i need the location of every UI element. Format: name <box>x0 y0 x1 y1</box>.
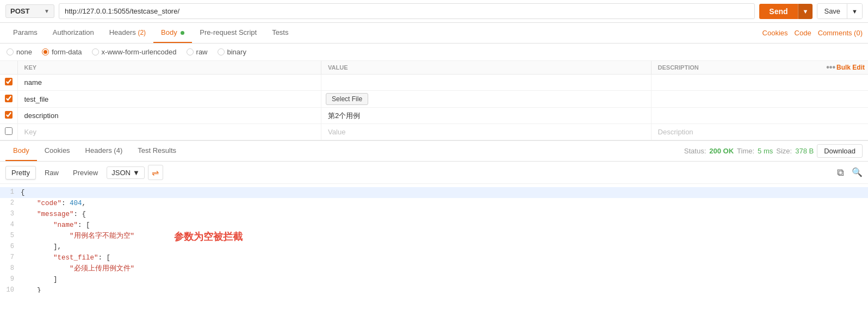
response-status-bar: Status: 200 OK Time: 5 ms Size: 378 B Do… <box>684 144 863 158</box>
tab-test-results[interactable]: Test Results <box>130 141 184 161</box>
comments-link[interactable]: Comments (0) <box>818 29 863 37</box>
tab-response-headers[interactable]: Headers (4) <box>78 141 131 161</box>
format-tab-raw[interactable]: Raw <box>39 166 64 179</box>
radio-raw[interactable]: raw <box>187 48 208 56</box>
radio-none[interactable]: none <box>7 48 32 56</box>
headers-badge: (2) <box>138 29 146 36</box>
format-tab-preview[interactable]: Preview <box>67 166 103 179</box>
url-input[interactable] <box>59 3 755 19</box>
method-label: POST <box>10 7 29 15</box>
tab-prerequest[interactable]: Pre-request Script <box>192 23 264 43</box>
save-dropdown-button[interactable]: ▼ <box>847 4 862 18</box>
line-content-1: { <box>21 187 868 198</box>
size-value: 378 B <box>795 147 814 155</box>
request-tabs-left: Params Authorization Headers (2) Body Pr… <box>5 23 296 43</box>
body-dot <box>181 31 184 35</box>
json-chevron-icon: ▼ <box>133 169 140 177</box>
line-content-2: "code": 404, <box>21 198 868 209</box>
row1-key-cell <box>17 75 321 91</box>
json-format-select[interactable]: JSON ▼ <box>107 166 145 179</box>
code-line-7: 7 "test_file": [ <box>0 252 868 263</box>
th-key: KEY <box>17 61 321 75</box>
body-type-row: none form-data x-www-form-urlencoded raw… <box>0 44 868 61</box>
empty-desc-cell <box>651 124 868 140</box>
tab-authorization[interactable]: Authorization <box>45 23 102 43</box>
row2-key-cell <box>17 91 321 108</box>
time-label: Time: <box>737 147 754 155</box>
code-line-10: 10 } <box>0 285 868 293</box>
wrap-button[interactable]: ⇌ <box>148 165 163 180</box>
tab-tests[interactable]: Tests <box>264 23 296 43</box>
save-btn-group: Save ▼ <box>817 3 863 19</box>
table-row: Select File <box>0 91 868 108</box>
code-line-9: 9 ] <box>0 274 868 285</box>
row1-desc-input[interactable] <box>656 77 864 88</box>
row3-checkbox[interactable] <box>5 111 13 119</box>
time-value: 5 ms <box>758 147 773 155</box>
radio-form-data-circle <box>42 48 49 55</box>
tab-headers[interactable]: Headers (2) <box>102 23 153 43</box>
status-label: Status: <box>684 147 706 155</box>
line-num-8: 8 <box>0 263 21 274</box>
radio-urlencoded[interactable]: x-www-form-urlencoded <box>92 48 177 56</box>
method-chevron-icon: ▼ <box>44 8 49 14</box>
request-tabs-right: Cookies Code Comments (0) <box>762 29 863 37</box>
row1-value-cell <box>321 75 651 91</box>
tab-response-body[interactable]: Body <box>5 141 37 161</box>
radio-binary[interactable]: binary <box>218 48 246 56</box>
row1-key-input[interactable] <box>22 77 317 88</box>
row1-checkbox[interactable] <box>5 78 13 85</box>
code-viewer: 1 { 2 "code": 404, 3 "message": { 4 "nam… <box>0 184 868 293</box>
line-content-3: "message": { <box>21 209 868 220</box>
more-options-icon[interactable]: ••• <box>826 63 835 72</box>
cookies-link[interactable]: Cookies <box>762 29 788 37</box>
row1-desc-cell <box>651 75 868 91</box>
tab-params[interactable]: Params <box>5 23 45 43</box>
save-button[interactable]: Save <box>817 4 847 18</box>
row2-key-input[interactable] <box>22 94 317 105</box>
code-link[interactable]: Code <box>795 29 811 37</box>
request-tab-bar: Params Authorization Headers (2) Body Pr… <box>0 23 868 44</box>
row3-value-input[interactable] <box>326 110 646 121</box>
row2-desc-cell <box>651 91 868 108</box>
search-button[interactable]: 🔍 <box>852 167 863 178</box>
empty-desc-input[interactable] <box>656 126 864 138</box>
empty-key-input[interactable] <box>22 126 317 138</box>
code-line-8: 8 "必须上传用例文件" <box>0 263 868 274</box>
format-tab-pretty[interactable]: Pretty <box>5 166 36 180</box>
row3-key-input[interactable] <box>22 110 317 121</box>
response-tabs-left: Body Cookies Headers (4) Test Results <box>5 141 184 161</box>
th-desc: DESCRIPTION ••• Bulk Edit <box>651 61 868 75</box>
line-content-9: ] <box>21 274 868 285</box>
empty-checkbox[interactable] <box>5 127 13 135</box>
line-num-4: 4 <box>0 220 21 231</box>
tab-body[interactable]: Body <box>153 23 192 43</box>
select-file-button[interactable]: Select File <box>326 93 368 105</box>
method-select[interactable]: POST ▼ <box>5 4 54 18</box>
code-line-5: 5 "用例名字不能为空" 参数为空被拦截 <box>0 231 868 242</box>
size-label: Size: <box>776 147 792 155</box>
line-num-7: 7 <box>0 252 21 263</box>
th-checkbox <box>0 61 17 75</box>
bulk-edit-button[interactable]: Bulk Edit <box>836 64 865 71</box>
line-num-9: 9 <box>0 274 21 285</box>
empty-value-input[interactable] <box>326 126 646 138</box>
code-line-1: 1 { <box>0 187 868 198</box>
send-btn-group: Send ▼ <box>759 4 813 19</box>
row1-value-input[interactable] <box>326 77 646 88</box>
tab-response-cookies[interactable]: Cookies <box>37 141 78 161</box>
copy-button[interactable]: ⧉ <box>837 167 844 178</box>
row2-checkbox[interactable] <box>5 95 13 102</box>
radio-form-data[interactable]: form-data <box>42 48 82 56</box>
row3-value-cell <box>321 108 651 124</box>
row2-value-cell: Select File <box>321 91 651 108</box>
send-dropdown-button[interactable]: ▼ <box>798 4 813 19</box>
empty-checkbox-cell <box>0 124 17 140</box>
row2-desc-input[interactable] <box>656 94 864 105</box>
form-table: KEY VALUE DESCRIPTION ••• Bulk Edit <box>0 61 868 140</box>
status-value: 200 OK <box>709 147 734 155</box>
radio-raw-circle <box>187 48 194 55</box>
download-button[interactable]: Download <box>817 144 863 158</box>
row3-desc-input[interactable] <box>656 110 864 121</box>
send-button[interactable]: Send <box>759 4 797 19</box>
